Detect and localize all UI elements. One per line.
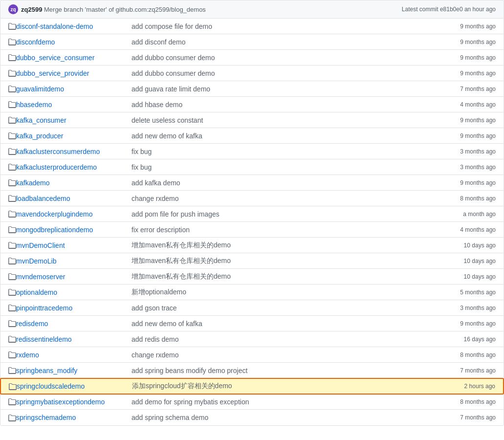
file-name-link[interactable]: springmybatisexceptiondemo	[16, 398, 105, 406]
file-message-link[interactable]: add demo for spring mybatis exception	[131, 398, 249, 406]
file-name-link[interactable]: mongodbreplicationdemo	[16, 226, 93, 234]
file-name-cell: springschemademo	[16, 414, 124, 421]
file-message-link[interactable]: add hbase demo	[131, 101, 182, 109]
file-name-link[interactable]: kafkademo	[16, 179, 49, 187]
folder-icon	[8, 69, 16, 77]
table-row: kafkademoadd kafka demo9 months ago	[0, 175, 504, 191]
file-time-cell: 3 months ago	[437, 164, 496, 171]
file-message-link[interactable]: add dubbo consumer demo	[131, 69, 215, 77]
file-name-link[interactable]: hbasedemo	[16, 101, 52, 109]
file-message-cell: add pom file for push images	[124, 210, 437, 218]
file-message-link[interactable]: change rxdemo	[131, 195, 179, 202]
file-name-link[interactable]: disconf-standalone-demo	[16, 22, 93, 30]
file-message-link[interactable]: add new demo of kafka	[131, 132, 202, 140]
file-name-link[interactable]: kafkaclusterproducerdemo	[16, 163, 97, 171]
file-time-cell: 9 months ago	[437, 23, 496, 30]
file-name-link[interactable]: guavalimitdemo	[16, 85, 64, 93]
file-message-cell: 新增optionaldemo	[124, 288, 437, 297]
table-row: disconfdemoadd disconf demo9 months ago	[0, 34, 504, 50]
table-row: dubbo_service_consumeradd dubbo consumer…	[0, 50, 504, 66]
file-time-cell: 9 months ago	[437, 39, 496, 45]
file-message-cell: fix error description	[124, 226, 437, 234]
file-time-cell: 2 hours ago	[437, 383, 495, 390]
file-message-link[interactable]: 增加maven私有仓库相关的demo	[131, 241, 231, 249]
file-name-link[interactable]: mvndemoserver	[16, 273, 65, 281]
table-row: mvnDemoClient增加maven私有仓库相关的demo10 days a…	[0, 238, 504, 253]
file-name-link[interactable]: dubbo_service_provider	[16, 69, 89, 77]
folder-icon	[8, 194, 16, 202]
file-time-cell: 8 months ago	[437, 352, 496, 358]
file-time-cell: 10 days ago	[437, 258, 496, 264]
file-message-link[interactable]: add dubbo consumer demo	[131, 54, 215, 62]
file-message-link[interactable]: 添加springcloud扩容相关的demo	[132, 382, 232, 390]
table-row: kafka_consumerdelete useless constant9 m…	[0, 112, 504, 128]
table-row: mavendockerplugindemoadd pom file for pu…	[0, 206, 504, 222]
file-name-link[interactable]: kafkaclusterconsumerdemo	[16, 148, 100, 155]
file-name-link[interactable]: disconfdemo	[16, 38, 55, 46]
file-name-link[interactable]: kafka_producer	[16, 132, 64, 140]
file-message-link[interactable]: add redis demo	[131, 335, 179, 343]
file-message-link[interactable]: change rxdemo	[131, 351, 179, 359]
table-row: springmybatisexceptiondemoadd demo for s…	[0, 394, 504, 410]
file-time-cell: 9 months ago	[437, 179, 496, 186]
file-name-cell: mvnDemoLib	[16, 257, 124, 265]
file-message-link[interactable]: add new demo of kafka	[131, 320, 202, 328]
commit-hash-link[interactable]: e81b0e0	[440, 6, 463, 13]
file-message-cell: add new demo of kafka	[124, 132, 437, 140]
file-name-link[interactable]: redissentineldemo	[16, 335, 72, 343]
table-row: springbeans_modifyadd spring beans modif…	[0, 363, 504, 378]
file-name-link[interactable]: rxdemo	[16, 351, 39, 359]
file-message-link[interactable]: add compose file for demo	[131, 22, 212, 30]
file-message-link[interactable]: add pom file for push images	[131, 210, 219, 218]
table-row: disconf-standalone-demoadd compose file …	[0, 19, 504, 34]
file-name-cell: mvndemoserver	[16, 273, 124, 281]
folder-icon	[8, 210, 16, 218]
file-message-cell: add hbase demo	[124, 101, 437, 109]
file-name-link[interactable]: kafka_consumer	[16, 116, 66, 124]
folder-icon	[8, 100, 16, 109]
file-name-link[interactable]: springcloudscaledemo	[17, 382, 85, 390]
file-name-link[interactable]: springbeans_modify	[16, 367, 77, 374]
file-time-cell: 5 months ago	[437, 289, 496, 296]
file-name-link[interactable]: redisdemo	[16, 320, 48, 328]
file-name-link[interactable]: loadbalancedemo	[16, 195, 70, 202]
file-message-link[interactable]: add guava rate limit demo	[131, 85, 210, 93]
commit-author[interactable]: zq2599	[21, 6, 42, 13]
file-name-link[interactable]: pinpointtracedemo	[16, 304, 72, 312]
file-message-link[interactable]: fix error description	[131, 226, 190, 234]
file-message-link[interactable]: delete useless constant	[131, 116, 203, 124]
file-name-link[interactable]: optionaldemo	[16, 288, 57, 296]
file-time-cell: 4 months ago	[437, 101, 496, 108]
folder-icon	[8, 147, 16, 155]
file-name-cell: redisdemo	[16, 320, 124, 328]
file-message-link[interactable]: fix bug	[131, 163, 152, 171]
file-name-link[interactable]: dubbo_service_consumer	[16, 54, 94, 62]
folder-icon	[8, 288, 16, 296]
file-message-link[interactable]: add kafka demo	[131, 179, 180, 187]
table-row: mvndemoserver增加maven私有仓库相关的demo10 days a…	[0, 269, 504, 285]
file-message-link[interactable]: 增加maven私有仓库相关的demo	[131, 257, 231, 264]
file-message-cell: 添加springcloud扩容相关的demo	[124, 382, 437, 391]
file-message-link[interactable]: add gson trace	[131, 304, 177, 312]
file-name-link[interactable]: mavendockerplugindemo	[16, 210, 92, 218]
file-name-link[interactable]: mvnDemoLib	[16, 257, 56, 265]
file-message-link[interactable]: fix bug	[131, 148, 152, 155]
file-message-link[interactable]: add disconf demo	[131, 38, 186, 46]
file-name-cell: springmybatisexceptiondemo	[16, 398, 124, 406]
file-name-link[interactable]: mvnDemoClient	[16, 242, 65, 249]
file-message-link[interactable]: 新增optionaldemo	[131, 288, 186, 296]
commit-time: an hour ago	[464, 6, 496, 13]
file-message-cell: add spring schema demo	[124, 414, 437, 421]
file-message-link[interactable]: add spring schema demo	[131, 414, 208, 421]
file-message-link[interactable]: add spring beans modify demo project	[131, 367, 247, 374]
file-time-cell: 3 months ago	[437, 305, 496, 311]
table-row: mvnDemoLib增加maven私有仓库相关的demo10 days ago	[0, 253, 504, 269]
file-message-link[interactable]: 增加maven私有仓库相关的demo	[131, 272, 231, 280]
file-name-cell: springbeans_modify	[16, 367, 124, 374]
file-time-cell: 8 months ago	[437, 398, 496, 405]
folder-icon	[9, 382, 17, 390]
file-name-cell: dubbo_service_consumer	[16, 54, 124, 62]
table-row: optionaldemo新增optionaldemo5 months ago	[0, 285, 504, 300]
commit-header: zq zq2599 Merge branch 'master' of githu…	[0, 0, 504, 18]
file-name-link[interactable]: springschemademo	[16, 414, 76, 421]
